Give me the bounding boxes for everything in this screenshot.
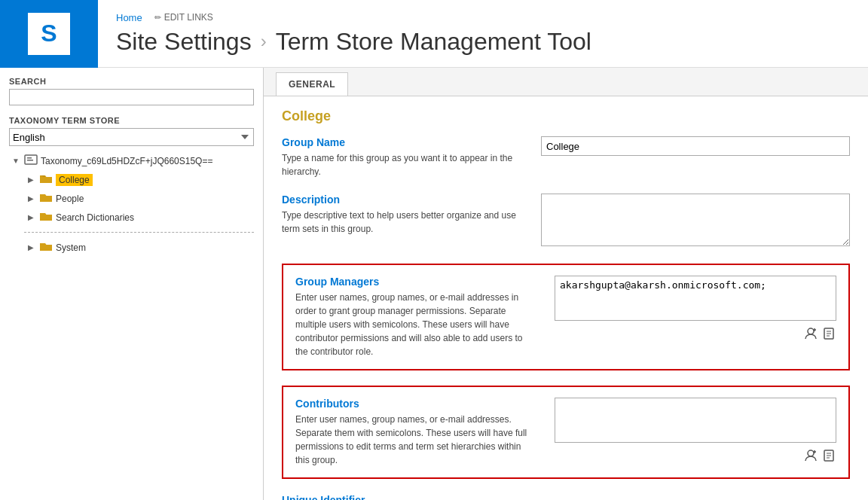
sidebar: SEARCH TAXONOMY TERM STORE English ▼ Tax…	[0, 68, 264, 500]
folder-icon	[39, 191, 53, 206]
description-label-area: Description Type descriptive text to hel…	[282, 194, 523, 236]
tree-system-row[interactable]: ▶ System	[24, 239, 254, 256]
site-icon	[24, 154, 38, 168]
tree-college-item: ▶ College	[24, 171, 254, 188]
tree-people-row[interactable]: ▶ People	[24, 190, 254, 207]
folder-icon	[39, 210, 53, 224]
tree-children: ▶ College ▶	[24, 171, 254, 256]
search-input[interactable]	[9, 89, 254, 105]
tree-people-item: ▶ People	[24, 190, 254, 207]
group-managers-section: Group Managers Enter user names, group n…	[282, 264, 850, 370]
description-textarea[interactable]	[541, 194, 850, 246]
managers-icons	[555, 326, 836, 341]
svg-rect-3	[27, 160, 33, 161]
pencil-icon: ✏	[154, 13, 161, 23]
contributors-input-wrapper	[555, 398, 836, 463]
contributors-label-area: Contributors Enter user names, group nam…	[295, 398, 536, 467]
page-title: Site Settings › Term Store Management To…	[116, 28, 591, 56]
group-name-label-area: Group Name Type a name for this group as…	[282, 136, 523, 178]
contributors-description: Enter user names, group names, or e-mail…	[295, 413, 536, 467]
tree-search-dict-row[interactable]: ▶ Search Dictionaries	[24, 209, 254, 226]
svg-point-11	[808, 450, 814, 456]
group-name-input[interactable]	[541, 136, 850, 156]
tree-search-dict-label: Search Dictionaries	[56, 212, 134, 223]
group-managers-label: Group Managers	[295, 276, 536, 288]
header-nav: Home ✏ EDIT LINKS	[116, 12, 591, 23]
group-name-label: Group Name	[282, 136, 523, 148]
description-label: Description	[282, 194, 523, 206]
tree-toggle-icon: ▶	[26, 212, 36, 223]
svg-marker-0	[57, 16, 67, 26]
group-name-section: Group Name Type a name for this group as…	[282, 136, 850, 178]
tree-toggle-icon: ▶	[26, 175, 36, 185]
unique-identifier-label: Unique Identifier	[282, 494, 850, 500]
content-body: College Group Name Type a name for this …	[264, 96, 868, 500]
folder-icon	[39, 240, 53, 255]
tree-people-label: People	[56, 194, 84, 204]
tree-root-row[interactable]: ▼ Taxonomy_c69Ld5HDZcF+jJQ660S15Q==	[9, 152, 254, 169]
group-managers-label-area: Group Managers Enter user names, group n…	[295, 276, 536, 358]
contributors-input-area	[555, 398, 836, 463]
tree-system-item: ▶ System	[24, 239, 254, 256]
tree-root-label: Taxonomy_c69Ld5HDZcF+jJQ660S15Q==	[41, 156, 212, 166]
tree-search-dict-item: ▶ Search Dictionaries	[24, 209, 254, 226]
tree-root-item: ▼ Taxonomy_c69Ld5HDZcF+jJQ660S15Q== ▶	[9, 152, 254, 256]
logo-triangle-icon	[57, 16, 67, 26]
header: S Home ✏ EDIT LINKS Site Settings › Term…	[0, 0, 868, 68]
group-managers-textarea[interactable]: akarshgupta@akarsh.onmicrosoft.com;	[555, 276, 836, 321]
main-container: SEARCH TAXONOMY TERM STORE English ▼ Tax…	[0, 68, 868, 500]
address-book-icon[interactable]	[821, 448, 836, 463]
header-content: Home ✏ EDIT LINKS Site Settings › Term S…	[98, 3, 610, 65]
group-managers-description: Enter user names, group names, or e-mail…	[295, 291, 536, 358]
tree-college-label: College	[56, 174, 93, 186]
group-name-description: Type a name for this group as you want i…	[282, 151, 523, 178]
edit-links[interactable]: ✏ EDIT LINKS	[154, 12, 213, 23]
group-name-input-area	[541, 136, 850, 156]
contributors-icons	[555, 448, 836, 463]
group-managers-input-area: akarshgupta@akarsh.onmicrosoft.com;	[555, 276, 836, 341]
contributors-section: Contributors Enter user names, group nam…	[282, 386, 850, 479]
home-link[interactable]: Home	[116, 12, 142, 23]
logo-box: S	[0, 0, 98, 68]
add-person-icon[interactable]	[803, 448, 818, 463]
breadcrumb-arrow: ›	[261, 31, 267, 52]
svg-point-4	[808, 328, 814, 334]
description-section: Description Type descriptive text to hel…	[282, 194, 850, 248]
language-dropdown[interactable]: English	[9, 128, 254, 146]
svg-rect-2	[27, 157, 32, 159]
tree-system-label: System	[56, 242, 86, 253]
section-title: College	[282, 108, 850, 124]
description-text: Type descriptive text to help users bett…	[282, 209, 523, 236]
tab-general[interactable]: GENERAL	[276, 72, 348, 96]
tree-college-row[interactable]: ▶ College	[24, 171, 254, 188]
tree-toggle-icon: ▼	[11, 156, 21, 166]
tree-toggle-icon: ▶	[26, 194, 36, 204]
contributors-label: Contributors	[295, 398, 536, 410]
add-person-icon[interactable]	[803, 326, 818, 341]
sharepoint-logo: S	[41, 20, 57, 47]
unique-identifier-section: Unique Identifier b656afb8-8404-48ae-bf2…	[282, 494, 850, 500]
logo-inner: S	[28, 13, 70, 55]
address-book-icon[interactable]	[821, 326, 836, 341]
managers-input-wrapper: akarshgupta@akarsh.onmicrosoft.com;	[555, 276, 836, 341]
tree-toggle-icon: ▶	[26, 242, 36, 253]
folder-icon	[39, 172, 53, 187]
search-label: SEARCH	[9, 77, 254, 86]
content-area: GENERAL College Group Name Type a name f…	[264, 68, 868, 500]
taxonomy-tree: ▼ Taxonomy_c69Ld5HDZcF+jJQ660S15Q== ▶	[9, 152, 254, 256]
tab-bar: GENERAL	[264, 68, 868, 96]
taxonomy-label: TAXONOMY TERM STORE	[9, 116, 254, 125]
contributors-textarea[interactable]	[555, 398, 836, 443]
description-input-area	[541, 194, 850, 248]
